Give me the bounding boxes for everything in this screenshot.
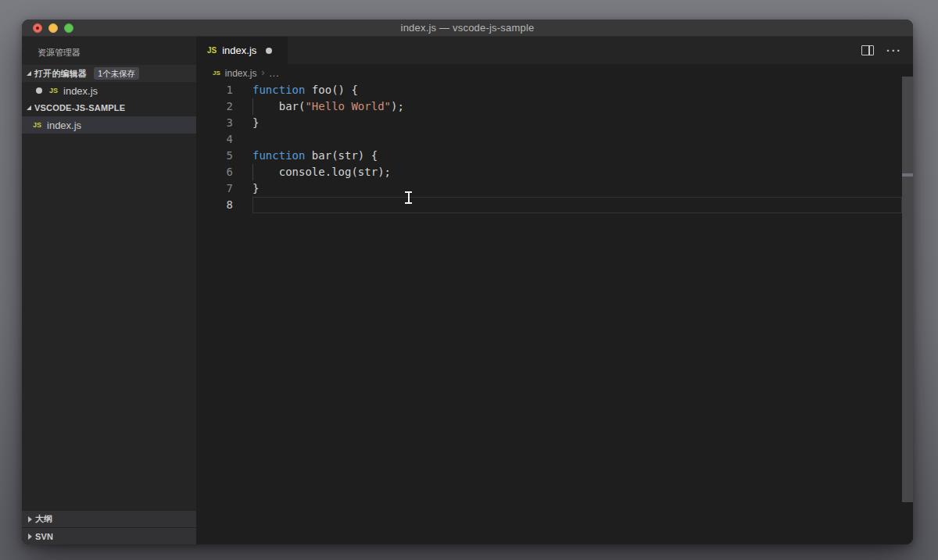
explorer-sidebar: 资源管理器 打开的编辑器 1个未保存 JS index.js VSCODE-JS… <box>22 37 196 544</box>
line-number: 7 <box>196 180 252 197</box>
svn-label: SVN <box>35 532 53 541</box>
vscode-window: index.js — vscode-js-sample 资源管理器 打开的编辑器… <box>22 20 913 544</box>
open-editor-filename: index.js <box>63 85 98 97</box>
file-item-filename: index.js <box>47 119 81 131</box>
code-line[interactable]: 2 bar("Hello World"); <box>196 98 913 115</box>
folder-name-label: VSCODE-JS-SAMPLE <box>34 103 125 112</box>
chevron-collapsed-icon <box>28 516 32 523</box>
line-content[interactable] <box>252 197 902 213</box>
js-file-icon: JS <box>207 46 217 55</box>
document-edited-dot-icon <box>36 27 39 30</box>
sidebar-empty-area <box>22 134 196 510</box>
window-title: index.js — vscode-js-sample <box>401 22 535 34</box>
line-content[interactable]: } <box>252 180 902 197</box>
tab-indexjs[interactable]: JS index.js <box>196 37 288 64</box>
sidebar-title: 资源管理器 <box>22 37 196 65</box>
outline-label: 大纲 <box>35 513 52 525</box>
js-file-icon: JS <box>213 70 220 77</box>
file-item-indexjs[interactable]: JS index.js <box>22 116 196 134</box>
code-line[interactable]: 1function foo() { <box>196 82 913 98</box>
js-file-icon: JS <box>33 121 41 129</box>
line-number: 1 <box>196 82 252 98</box>
close-button[interactable] <box>33 23 42 33</box>
chevron-expanded-icon <box>27 71 31 76</box>
tab-filename: index.js <box>222 45 256 56</box>
line-content[interactable]: function bar(str) { <box>252 148 902 164</box>
breadcrumb-filename[interactable]: index.js <box>225 68 257 79</box>
code-line[interactable]: 7} <box>196 180 913 197</box>
titlebar[interactable]: index.js — vscode-js-sample <box>22 20 913 37</box>
line-content[interactable]: } <box>252 115 902 131</box>
line-content[interactable]: console.log(str); <box>252 164 902 180</box>
svn-section-header[interactable]: SVN <box>22 527 196 544</box>
editor-scrollbar[interactable] <box>902 77 913 502</box>
open-editor-item-indexjs[interactable]: JS index.js <box>22 82 196 99</box>
editor-group: JS index.js ··· JS index.js › ... 1funct… <box>196 37 913 544</box>
folder-section-header[interactable]: VSCODE-JS-SAMPLE <box>22 99 196 116</box>
line-number: 4 <box>196 131 252 148</box>
tab-modified-dot-icon[interactable] <box>266 48 272 54</box>
traffic-lights <box>33 20 73 37</box>
line-content[interactable]: function foo() { <box>252 82 902 98</box>
outline-section-header[interactable]: 大纲 <box>22 510 196 527</box>
minimize-button[interactable] <box>48 23 58 33</box>
overview-ruler-cursor-mark <box>902 173 913 177</box>
tab-bar: JS index.js ··· <box>196 37 913 64</box>
open-editors-section-header[interactable]: 打开的编辑器 1个未保存 <box>22 65 196 82</box>
js-file-icon: JS <box>49 87 58 95</box>
code-line[interactable]: 4 <box>196 131 913 148</box>
chevron-collapsed-icon <box>28 533 32 540</box>
line-number: 3 <box>196 115 252 131</box>
line-number: 8 <box>196 197 252 213</box>
more-actions-icon[interactable]: ··· <box>886 47 902 55</box>
line-number: 5 <box>196 148 252 164</box>
chevron-right-icon: › <box>261 67 264 78</box>
line-number: 6 <box>196 164 252 180</box>
breadcrumb-symbol-placeholder[interactable]: ... <box>269 68 279 79</box>
code-line[interactable]: 8 <box>196 197 913 213</box>
open-editors-label: 打开的编辑器 <box>34 68 87 80</box>
code-line[interactable]: 6 console.log(str); <box>196 164 913 180</box>
line-content[interactable] <box>252 131 902 148</box>
chevron-expanded-icon <box>27 105 31 110</box>
modified-dot-icon[interactable] <box>36 87 42 94</box>
code-line[interactable]: 3} <box>196 115 913 131</box>
editor-actions: ··· <box>861 37 913 64</box>
unsaved-count-badge: 1个未保存 <box>94 67 139 80</box>
breadcrumb[interactable]: JS index.js › ... <box>196 64 913 82</box>
maximize-button[interactable] <box>64 23 73 33</box>
code-line[interactable]: 5function bar(str) { <box>196 148 913 164</box>
line-number: 2 <box>196 98 252 115</box>
line-content[interactable]: bar("Hello World"); <box>252 98 902 115</box>
code-area[interactable]: 1function foo() {2 bar("Hello World");3}… <box>196 82 913 213</box>
split-editor-icon[interactable] <box>861 45 874 55</box>
